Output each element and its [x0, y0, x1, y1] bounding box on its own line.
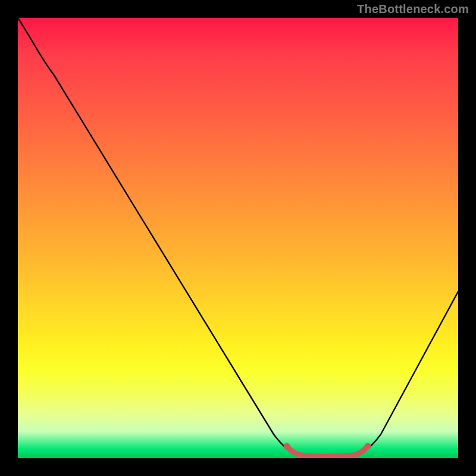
svg-point-1: [365, 443, 371, 450]
bottleneck-curve: [18, 18, 458, 457]
watermark-text: TheBottleneck.com: [357, 2, 469, 16]
sweet-spot-band: [287, 446, 368, 456]
sweet-spot-dots: [284, 443, 371, 450]
plot-area: [18, 18, 458, 458]
chart-container: TheBottleneck.com: [0, 0, 476, 476]
curve-layer: [18, 18, 458, 458]
svg-point-0: [284, 443, 290, 450]
